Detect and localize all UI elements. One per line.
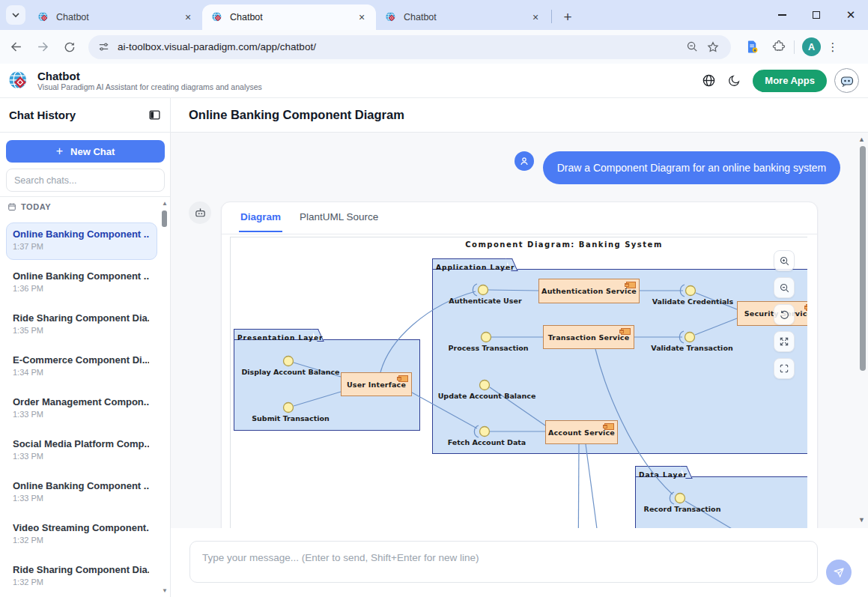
bot-avatar bbox=[189, 201, 211, 224]
page-title: Online Banking Component Diagram bbox=[189, 108, 404, 122]
diagram-connector-layer bbox=[231, 237, 807, 528]
tab-close-icon[interactable]: × bbox=[181, 10, 195, 24]
chat-item-time: 1:34 PM bbox=[13, 368, 149, 377]
chat-history-item[interactable]: Video Streaming Component...1:32 PM bbox=[6, 516, 157, 554]
uml-component: Authentication Service bbox=[538, 279, 640, 303]
collapse-sidebar-icon[interactable] bbox=[148, 109, 161, 121]
chat-history-item[interactable]: Ride Sharing Component Dia...1:35 PM bbox=[6, 306, 157, 344]
chat-history-item[interactable]: E-Commerce Component Di...1:34 PM bbox=[6, 348, 157, 386]
message-input[interactable] bbox=[189, 541, 818, 583]
moon-icon bbox=[727, 74, 741, 88]
browser-tab-2-active[interactable]: Chatbot × bbox=[202, 4, 376, 30]
uml-component: Account Service bbox=[545, 420, 618, 444]
chat-scroll-area[interactable]: Draw a Component Diagram for an online b… bbox=[171, 133, 868, 528]
sidebar-scrollbar-thumb[interactable] bbox=[162, 210, 167, 227]
chat-item-time: 1:32 PM bbox=[13, 578, 149, 587]
reading-list-button[interactable] bbox=[741, 37, 762, 58]
reset-view-button[interactable] bbox=[774, 304, 795, 325]
uml-component: Transaction Service bbox=[543, 325, 634, 349]
browser-tab-strip: Chatbot × Chatbot × Chatbot × + ✕ bbox=[0, 0, 868, 30]
chat-item-title: Online Banking Component ... bbox=[13, 228, 149, 240]
uml-interface-label: Record Transaction bbox=[644, 505, 721, 513]
app-body: Chat History + New Chat TODAY Online Ban… bbox=[0, 98, 868, 597]
zoom-out-button[interactable] bbox=[774, 277, 795, 298]
assistant-button[interactable] bbox=[834, 68, 859, 93]
sidebar-title: Chat History bbox=[9, 109, 76, 121]
paper-plane-icon bbox=[833, 566, 846, 579]
calendar-icon bbox=[7, 202, 16, 211]
tab-title: Chatbot bbox=[230, 12, 355, 22]
chat-history-item[interactable]: Social Media Platform Comp...1:33 PM bbox=[6, 432, 157, 470]
new-chat-label: New Chat bbox=[70, 146, 115, 157]
zoom-in-button[interactable] bbox=[774, 250, 795, 271]
main-scroll-up-arrow[interactable]: ▲ bbox=[858, 136, 865, 143]
sidebar-scroll-down-arrow[interactable]: ▼ bbox=[162, 587, 168, 594]
uml-component-icon bbox=[398, 375, 408, 382]
search-chats-input[interactable] bbox=[6, 169, 165, 192]
back-button[interactable] bbox=[4, 36, 27, 58]
site-settings-icon[interactable] bbox=[97, 40, 110, 53]
profile-avatar[interactable]: A bbox=[802, 37, 821, 56]
reset-icon bbox=[779, 309, 790, 321]
diagram-title: Component Diagram: Banking System bbox=[414, 240, 714, 249]
chat-history-item[interactable]: Online Banking Component ...1:33 PM bbox=[6, 474, 157, 512]
tab-close-icon[interactable]: × bbox=[355, 10, 368, 24]
chat-item-title: Online Banking Component ... bbox=[13, 270, 149, 282]
uml-component: Security Service bbox=[737, 301, 807, 326]
uml-interface-label: Process Transaction bbox=[449, 344, 529, 352]
globe-icon bbox=[702, 73, 716, 88]
browser-menu-button[interactable]: ⋮ bbox=[824, 40, 842, 54]
uml-interface-label: Display Account Balance bbox=[241, 368, 339, 376]
card-tab-bar: Diagram PlantUML Source bbox=[222, 202, 817, 234]
chat-history-item[interactable]: Online Banking Component ...1:36 PM bbox=[6, 264, 157, 302]
visual-paradigm-logo bbox=[7, 70, 30, 92]
forward-button[interactable] bbox=[31, 36, 54, 58]
browser-tab-3[interactable]: Chatbot × bbox=[376, 4, 550, 30]
more-apps-button[interactable]: More Apps bbox=[753, 70, 827, 92]
uml-component-icon bbox=[621, 328, 631, 335]
bookmark-star-button[interactable] bbox=[702, 37, 723, 58]
chat-item-title: Video Streaming Component... bbox=[13, 522, 149, 533]
uml-interface-label: Update Account Balance bbox=[438, 392, 536, 400]
browser-window: Chatbot × Chatbot × Chatbot × + ✕ bbox=[0, 0, 868, 597]
fit-view-button[interactable] bbox=[774, 358, 795, 379]
language-button[interactable] bbox=[696, 68, 721, 94]
tab-search-button[interactable] bbox=[6, 5, 25, 25]
expand-button[interactable] bbox=[774, 331, 795, 352]
main-scroll-down-arrow[interactable]: ▼ bbox=[858, 516, 865, 524]
main-scrollbar-thumb[interactable] bbox=[860, 146, 866, 371]
tab-close-icon[interactable]: × bbox=[529, 10, 542, 24]
expand-icon bbox=[779, 336, 789, 347]
sidebar-scroll-up-arrow[interactable]: ▲ bbox=[162, 200, 168, 207]
dark-mode-button[interactable] bbox=[721, 68, 747, 94]
reload-button[interactable] bbox=[58, 36, 81, 58]
chat-history-item[interactable]: Order Management Compon...1:33 PM bbox=[6, 390, 157, 428]
diagram-viewport[interactable]: Component Diagram: Banking System bbox=[230, 237, 807, 528]
address-bar[interactable]: ai-toolbox.visual-paradigm.com/app/chatb… bbox=[88, 35, 731, 59]
extensions-button[interactable] bbox=[768, 37, 789, 58]
send-button[interactable] bbox=[826, 560, 852, 585]
chat-history-item[interactable]: Ride Sharing Component Dia...1:32 PM bbox=[6, 558, 157, 596]
url-text[interactable]: ai-toolbox.visual-paradigm.com/app/chatb… bbox=[118, 41, 682, 52]
uml-interface-label: Authenticate User bbox=[449, 297, 521, 305]
new-chat-button[interactable]: + New Chat bbox=[6, 140, 165, 163]
chatbot-face-icon bbox=[840, 73, 855, 88]
uml-component-name: Transaction Service bbox=[548, 333, 630, 342]
visual-paradigm-favicon bbox=[211, 11, 223, 23]
chat-item-title: Online Banking Component ... bbox=[13, 480, 149, 491]
window-close-button[interactable]: ✕ bbox=[834, 0, 868, 30]
browser-tab-1[interactable]: Chatbot × bbox=[28, 4, 202, 30]
chat-group-label: TODAY bbox=[21, 202, 51, 211]
plus-icon: + bbox=[56, 145, 63, 158]
new-tab-button[interactable]: + bbox=[558, 7, 577, 27]
tab-plantuml-source[interactable]: PlantUML Source bbox=[300, 211, 378, 222]
chat-history-item[interactable]: Online Banking Component ...1:37 PM bbox=[6, 222, 157, 260]
blue-document-download-icon bbox=[745, 40, 759, 54]
tab-diagram[interactable]: Diagram bbox=[240, 211, 281, 222]
zoom-indicator-button[interactable] bbox=[682, 37, 702, 58]
window-minimize-button[interactable] bbox=[765, 0, 799, 30]
chat-item-title: E-Commerce Component Di... bbox=[13, 354, 149, 366]
chat-item-time: 1:36 PM bbox=[13, 284, 149, 293]
window-maximize-button[interactable] bbox=[799, 0, 834, 30]
chat-item-time: 1:33 PM bbox=[13, 410, 149, 419]
